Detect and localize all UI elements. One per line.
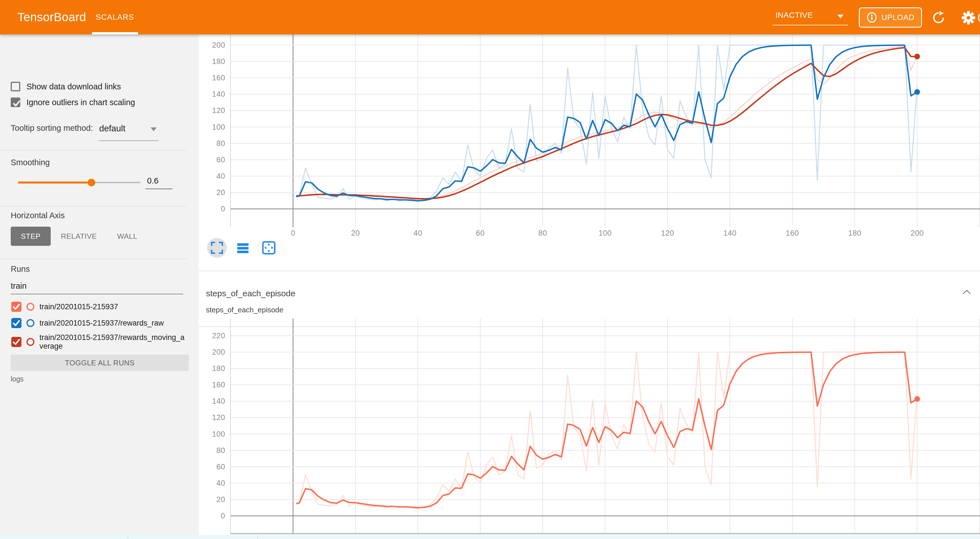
svg-text:100: 100: [598, 229, 612, 238]
svg-text:140: 140: [212, 397, 225, 405]
svg-text:120: 120: [661, 229, 674, 238]
show-download-links-checkbox[interactable]: Show data download links: [11, 82, 121, 91]
help-icon[interactable]: [977, 11, 980, 25]
svg-text:20: 20: [216, 188, 225, 197]
svg-text:40: 40: [216, 479, 225, 487]
runs-list: train/20201015-215937train/20201015-2159…: [11, 300, 189, 351]
runs-filter-input[interactable]: train: [11, 281, 183, 291]
fit-domain-icon: [262, 241, 276, 255]
section-title: steps_of_each_episode: [206, 289, 295, 298]
svg-text:220: 220: [212, 332, 225, 340]
divider: [0, 258, 186, 259]
run-color-radio-icon[interactable]: [27, 303, 34, 311]
run-checkbox-icon[interactable]: [11, 301, 21, 312]
axis-option-wall[interactable]: WALL: [107, 226, 148, 246]
expand-icon: [210, 241, 223, 254]
app-header: TensorBoard SCALARS INACTIVE UPLOAD: [0, 0, 980, 34]
svg-text:160: 160: [786, 229, 799, 238]
rewards-chart[interactable]: 0204060801001201401601802000204060801001…: [199, 34, 980, 271]
svg-text:200: 200: [212, 348, 225, 356]
chevron-down-icon: [151, 128, 157, 131]
chart-title: steps_of_each_episode: [206, 306, 283, 314]
svg-text:200: 200: [212, 41, 225, 49]
run-color-radio-icon[interactable]: [27, 338, 34, 346]
svg-text:100: 100: [212, 430, 225, 439]
gear-icon[interactable]: [961, 10, 976, 26]
chevron-up-icon[interactable]: [962, 289, 972, 295]
ignore-outliers-checkbox[interactable]: Ignore outliers in chart scaling: [11, 97, 135, 107]
upload-button[interactable]: UPLOAD: [859, 7, 922, 28]
smoothing-label: Smoothing: [11, 158, 50, 167]
run-row[interactable]: train/20201015-215937/rewards_raw: [11, 317, 189, 329]
svg-text:80: 80: [216, 139, 225, 148]
run-checkbox-icon[interactable]: [11, 318, 21, 328]
run-row[interactable]: train/20201015-215937/rewards_moving_ave…: [11, 333, 189, 351]
runs-label: Runs: [11, 265, 30, 274]
svg-text:80: 80: [216, 446, 225, 455]
divider: [0, 206, 186, 206]
slider-thumb[interactable]: [88, 179, 95, 187]
svg-text:100: 100: [212, 123, 225, 131]
toggle-all-runs-button[interactable]: TOGGLE ALL RUNS: [11, 355, 189, 371]
smoothing-slider[interactable]: [18, 179, 140, 186]
log-directory-label: logs: [11, 375, 24, 383]
tab-scalars[interactable]: SCALARS: [91, 0, 139, 34]
run-label: train/20201015-215937/rewards_raw: [40, 319, 186, 328]
svg-text:60: 60: [216, 462, 225, 471]
svg-text:140: 140: [723, 229, 737, 238]
svg-text:60: 60: [216, 156, 225, 164]
svg-text:60: 60: [476, 229, 485, 238]
fit-domain-button[interactable]: [259, 238, 279, 258]
tooltip-strip: [0, 535, 980, 539]
svg-text:0: 0: [291, 229, 295, 238]
status-dropdown[interactable]: INACTIVE: [773, 8, 848, 26]
log-scale-icon: [236, 241, 249, 254]
svg-text:180: 180: [212, 364, 225, 373]
info-icon: [866, 12, 877, 23]
svg-text:20: 20: [216, 495, 225, 504]
svg-text:180: 180: [212, 57, 225, 66]
svg-text:120: 120: [212, 106, 225, 115]
upload-button-label: UPLOAD: [881, 13, 914, 22]
svg-text:20: 20: [351, 229, 360, 238]
svg-text:180: 180: [848, 229, 861, 238]
svg-text:40: 40: [414, 229, 422, 238]
divider: [0, 150, 186, 150]
refresh-icon[interactable]: [932, 11, 946, 25]
axis-option-relative[interactable]: RELATIVE: [51, 226, 107, 246]
horizontal-axis-label: Horizontal Axis: [11, 211, 65, 220]
svg-text:0: 0: [221, 512, 225, 520]
svg-text:40: 40: [216, 172, 225, 180]
section-header-steps-of-each-episode[interactable]: steps_of_each_episode: [199, 271, 980, 327]
svg-text:120: 120: [212, 413, 225, 422]
log-scale-button[interactable]: [233, 238, 253, 258]
status-dropdown-value: INACTIVE: [775, 11, 813, 20]
tooltip-sorting-label: Tooltip sorting method:: [11, 123, 93, 133]
tab-scalars-label: SCALARS: [96, 13, 134, 22]
svg-text:200: 200: [911, 229, 924, 238]
run-checkbox-icon[interactable]: [11, 337, 21, 347]
tab-active-underline: [92, 32, 138, 34]
run-label: train/20201015-215937/rewards_moving_ave…: [40, 333, 186, 351]
svg-text:140: 140: [212, 90, 225, 98]
axis-option-step[interactable]: STEP: [11, 226, 51, 246]
svg-text:160: 160: [212, 73, 225, 82]
run-label: train/20201015-215937: [40, 303, 186, 311]
chart-toolbar: [207, 238, 279, 258]
checkbox-checked-icon: [11, 97, 20, 107]
svg-text:160: 160: [212, 381, 225, 389]
run-row[interactable]: train/20201015-215937: [11, 300, 189, 313]
svg-text:80: 80: [538, 229, 547, 238]
sidebar: Show data download links Ignore outliers…: [0, 34, 199, 535]
app-title: TensorBoard: [18, 10, 86, 24]
run-color-radio-icon[interactable]: [27, 319, 34, 327]
smoothing-value-field[interactable]: 0.6: [145, 176, 172, 185]
horizontal-axis-options: STEP RELATIVE WALL: [11, 226, 148, 246]
expand-chart-button[interactable]: [207, 238, 227, 258]
chevron-down-icon: [837, 15, 844, 18]
main-content: 0204060801001201401601802000204060801001…: [199, 34, 980, 535]
checkbox-unchecked-icon: [11, 82, 20, 91]
svg-text:0: 0: [221, 205, 225, 213]
tooltip-sorting-dropdown[interactable]: default: [99, 123, 158, 138]
steps-chart[interactable]: 020406080100120140160180200220: [199, 319, 980, 535]
